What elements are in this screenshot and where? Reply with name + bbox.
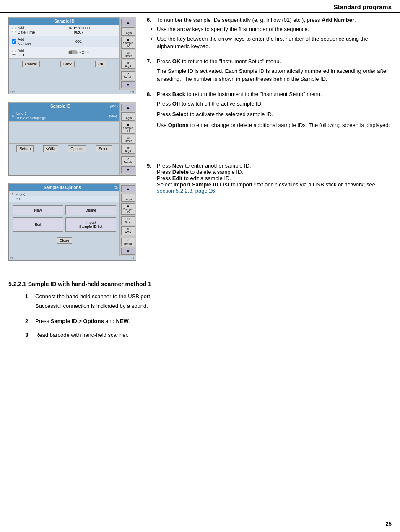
step9-line: 9. Press New to enter another sample ID.… — [147, 163, 392, 194]
btn-new[interactable]: New — [13, 205, 63, 215]
login-btn[interactable]: ↑Login — [121, 27, 135, 36]
scroll-down-3-icon[interactable]: ▼ — [121, 248, 135, 255]
screen2-inner: Sample ID (091) ⊙ Line 1<Date of Samplin… — [9, 102, 136, 175]
timer3-btn[interactable]: ⊡Timer — [121, 216, 135, 225]
delete-bold: Delete — [172, 169, 189, 175]
step8-line2: Press Select to activate the selected sa… — [157, 110, 392, 119]
scanner-step3-text: Read barcode with hand-held scanner. — [35, 332, 129, 338]
timer-btn[interactable]: ⊡Timer — [121, 50, 135, 59]
btn-cancel[interactable]: Cancel — [22, 61, 40, 67]
checkbox-color[interactable] — [12, 51, 16, 55]
scanner-step2-line: 2. Press Sample ID > Options and NEW. — [25, 318, 392, 324]
screen2-buttons: Return <Off> Options Select — [9, 143, 119, 154]
screen1-buttons: Cancel Back OK — [9, 59, 119, 69]
device-screen-1: Sample ID AddDate/Time 04-JAN-200006:07 … — [8, 17, 136, 94]
screen3-badge: (2) — [114, 186, 118, 189]
ref-link[interactable]: section 5.2.2.3, page 26 — [157, 188, 215, 194]
checkbox-datetime[interactable] — [12, 28, 16, 32]
btn-select[interactable]: Select — [96, 145, 112, 152]
aqa2-btn[interactable]: ⊕AQA — [121, 145, 135, 154]
step8-block: 8. Press Back to return the instrument t… — [147, 91, 392, 129]
sample-id-options-bold: Sample ID > Options — [51, 318, 104, 324]
scanner-step1-para: Successful connection is indicated by a … — [35, 302, 392, 310]
step7-bold: OK — [172, 58, 181, 65]
aqa3-btn[interactable]: ⊕AQA — [121, 226, 135, 235]
value-color: <Off> — [40, 50, 117, 55]
aqa-btn[interactable]: ⊕AQA — [121, 60, 135, 69]
trends3-btn[interactable]: ↗Trends — [121, 238, 135, 246]
step7-block: 7. Press OK to return to the "Instrument… — [147, 58, 392, 83]
page-footer: 25 — [386, 521, 392, 527]
toggle-off-icon — [68, 50, 78, 54]
radio-icon: ⊙ — [12, 114, 15, 118]
trends2-btn[interactable]: ↗Trends — [121, 156, 135, 165]
sample-id-btn[interactable]: ▣Sample ID — [121, 37, 135, 49]
scanner-step2-text: Press Sample ID > Options and NEW. — [35, 318, 130, 324]
screen2-list: ⊙ Line 1<Date of Sampling> (091) — [9, 110, 119, 143]
scanner-step1-num: 1. — [25, 293, 33, 300]
btn-ok[interactable]: OK — [95, 61, 106, 67]
btn-return[interactable]: Return — [16, 145, 34, 152]
screen3-main: Sample ID Options (2) ● S (01) (01) New … — [9, 183, 120, 256]
edit-bold: Edit — [172, 175, 183, 181]
screen1-label-left: Re — [10, 90, 15, 94]
select-bold: Select — [172, 111, 188, 117]
checkbox-number[interactable] — [12, 39, 16, 44]
screen3-title: Sample ID Options — [11, 184, 114, 191]
step9-block: 9. Press New to enter another sample ID.… — [147, 163, 392, 194]
btn-off[interactable]: <Off> — [43, 145, 58, 152]
screen1-title: Sample ID — [9, 18, 119, 25]
step9-text: Press New to enter another sample ID. Pr… — [157, 163, 392, 194]
screen1-row-color: AddColor <Off> — [9, 47, 119, 59]
screen2-badge: (091) — [110, 104, 118, 108]
screen2-selected-item[interactable]: ⊙ Line 1<Date of Sampling> (091) — [9, 110, 119, 122]
btn-close[interactable]: Close — [57, 237, 72, 244]
scanner-step3-num: 3. — [25, 332, 33, 338]
screen1-row-number: AddNumber 001 — [9, 36, 119, 47]
screen3-inner: Sample ID Options (2) ● S (01) (01) New … — [9, 183, 136, 256]
new-bold: New — [172, 163, 184, 169]
login3-btn[interactable]: ↑Login — [121, 194, 135, 202]
import-bold: Import Sample ID List — [174, 181, 230, 188]
step8-num: 8. — [147, 91, 154, 97]
circle-badge: ● — [12, 192, 14, 196]
btn-options[interactable]: Options — [68, 145, 86, 152]
step8-bold: Back — [172, 91, 185, 97]
item-number: (091) — [109, 114, 117, 118]
scroll-down-icon[interactable]: ▼ — [121, 81, 135, 88]
btn-delete[interactable]: Delete — [65, 205, 116, 215]
timer2-btn[interactable]: ⊡Timer — [121, 135, 135, 144]
right-column: 6. To number the sample IDs sequentially… — [147, 17, 392, 268]
section-heading-container: 5.2.2.1 Sample ID with hand-held scanner… — [0, 268, 400, 293]
scanner-step1-text: Connect the hand-held scanner to the USB… — [35, 293, 152, 300]
step8-line3: Use Options to enter, change or delete a… — [157, 121, 392, 129]
btn-edit[interactable]: Edit — [13, 217, 63, 232]
page-content: Sample ID AddDate/Time 04-JAN-200006:07 … — [0, 17, 400, 268]
screen3-label-left: Re — [10, 256, 15, 260]
scroll-up-icon[interactable]: ▲ — [121, 19, 135, 26]
left-column: Sample ID AddDate/Time 04-JAN-200006:07 … — [8, 17, 138, 268]
btn-import[interactable]: ImportSample ID list — [65, 217, 116, 232]
screen1-sidebar: ▲ ↑Login ▣Sample ID ⊡Timer ⊕AQA ↗Trends … — [120, 17, 136, 90]
scroll-up-2-icon[interactable]: ▲ — [121, 104, 135, 111]
device-screen-3: Sample ID Options (2) ● S (01) (01) New … — [8, 183, 136, 261]
badge-01: (01) — [19, 192, 25, 196]
trends-btn[interactable]: ↗Trends — [121, 71, 135, 80]
scanner-step2-num: 2. — [25, 318, 33, 324]
scanner-step1-line: 1. Connect the hand-held scanner to the … — [25, 293, 392, 300]
login2-btn[interactable]: ↑Login — [121, 112, 135, 121]
step8-text: Press Back to return the instrument to t… — [157, 91, 322, 97]
screen1-label-right: ect — [130, 90, 134, 94]
step8-line: 8. Press Back to return the instrument t… — [147, 91, 392, 97]
step6-num: 6. — [147, 17, 154, 23]
sample-id2-btn[interactable]: ▣Sample ID — [121, 122, 135, 134]
scroll-down-2-icon[interactable]: ▼ — [121, 166, 135, 173]
section-heading: 5.2.2.1 Sample ID with hand-held scanner… — [8, 281, 392, 287]
new-bold2: NEW — [116, 318, 129, 324]
scroll-up-3-icon[interactable]: ▲ — [121, 185, 135, 192]
screen2-sidebar: ▲ ↑Login ▣Sample ID ⊡Timer ⊕AQA ↗Trends … — [120, 102, 136, 175]
btn-back[interactable]: Back — [60, 61, 75, 67]
page-title: Standard programs — [334, 3, 392, 10]
step9-num: 9. — [147, 163, 154, 169]
sample-id3-btn[interactable]: ▣Sample ID — [121, 203, 135, 215]
